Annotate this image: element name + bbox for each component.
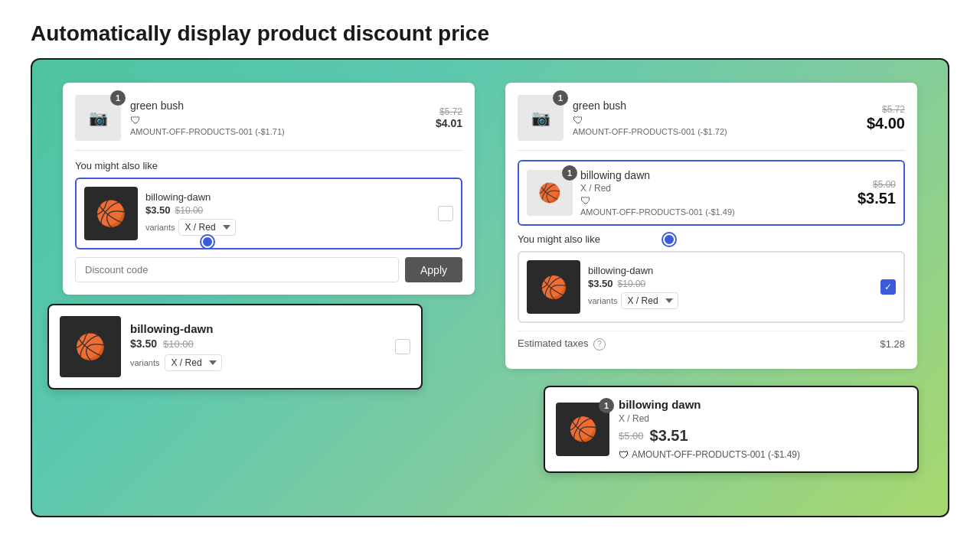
left-product-suggestion: 🏀 billowing-dawn $3.50 $10.00 variants X… <box>75 178 462 249</box>
right-variants-row: variants X / Red <box>588 292 873 309</box>
main-container: 1 📷 green bush 🛡 AMOUNT-OFF-PRODUCTS-001… <box>31 58 949 517</box>
right-floating-tag-icon: 🛡 <box>619 449 629 461</box>
left-checkbox[interactable] <box>438 206 453 221</box>
right-taxes-label-group: Estimated taxes ? <box>518 337 606 350</box>
left-panel: 1 📷 green bush 🛡 AMOUNT-OFF-PRODUCTS-001… <box>63 83 475 493</box>
right-product-name: billowing-dawn <box>588 265 873 276</box>
right-highlighted-variant: X / Red <box>580 183 850 194</box>
discount-code-input[interactable] <box>75 257 399 282</box>
left-shield-icon: 🛡 <box>130 114 141 126</box>
right-floating-inner: 1 🏀 billowing dawn X / Red $5.00 $3.51 🛡… <box>556 398 906 461</box>
floating-jersey-icon-left: 🏀 <box>75 332 106 361</box>
right-highlighted-price-orig: $5.00 <box>858 179 896 190</box>
camera-icon: 📷 <box>89 109 108 127</box>
left-prod-price-sale: $3.50 <box>145 204 171 216</box>
left-you-might-like: You might also like <box>75 160 462 171</box>
right-item-badge: 1 <box>553 90 568 106</box>
right-prod-price-sale: $3.50 <box>588 278 613 289</box>
left-price-current: $4.01 <box>436 117 462 129</box>
right-price-original: $5.72 <box>867 104 905 115</box>
left-floating-details: billowing-dawn $3.50 $10.00 variants X /… <box>130 322 386 371</box>
right-you-might-like: You might also like <box>518 233 905 245</box>
right-floating-badge: 1 <box>599 398 614 413</box>
right-item-image: 1 📷 <box>518 95 564 141</box>
right-product-details: billowing-dawn $3.50 $10.00 variants X /… <box>588 265 873 309</box>
right-taxes-row: Estimated taxes ? $1.28 <box>518 331 905 357</box>
left-product-name: billowing-dawn <box>145 191 430 203</box>
left-floating-checkbox[interactable] <box>395 339 410 354</box>
right-floating-card: 1 🏀 billowing dawn X / Red $5.00 $3.51 🛡… <box>544 386 919 473</box>
right-cart-card: 1 📷 green bush 🛡 AMOUNT-OFF-PRODUCTS-001… <box>505 83 917 369</box>
right-floating-jersey-icon: 🏀 <box>569 416 597 442</box>
right-floating-discount-code: AMOUNT-OFF-PRODUCTS-001 (-$1.49) <box>632 449 800 460</box>
right-highlighted-jersey-icon: 🏀 <box>538 182 561 204</box>
left-floating-sale: $3.50 <box>130 337 157 350</box>
right-variants-select[interactable]: X / Red <box>621 292 678 309</box>
left-cart-card: 1 📷 green bush 🛡 AMOUNT-OFF-PRODUCTS-001… <box>63 83 475 295</box>
left-connector-dot <box>201 236 214 248</box>
left-item-badge: 1 <box>110 90 126 106</box>
left-item-prices: $5.72 $4.01 <box>436 106 462 129</box>
left-variants-label: variants <box>145 223 175 232</box>
right-floating-details: billowing dawn X / Red $5.00 $3.51 🛡 AMO… <box>619 398 906 461</box>
right-taxes-amount: $1.28 <box>880 338 905 350</box>
right-item-name: green bush <box>573 99 858 112</box>
left-variants-select[interactable]: X / Red <box>178 219 236 236</box>
right-highlighted-info: billowing dawn X / Red 🛡 AMOUNT-OFF-PROD… <box>580 169 850 217</box>
right-variants-label: variants <box>588 296 618 305</box>
right-floating-discount-row: 🛡 AMOUNT-OFF-PRODUCTS-001 (-$1.49) <box>619 449 906 461</box>
apply-button[interactable]: Apply <box>405 257 462 282</box>
right-highlighted-shield: 🛡 <box>580 194 591 207</box>
left-item-image: 1 📷 <box>75 95 121 141</box>
left-price-original: $5.72 <box>436 106 462 117</box>
right-jersey-icon: 🏀 <box>541 275 567 300</box>
right-item-prices: $5.72 $4.00 <box>867 104 905 132</box>
right-checkbox-checked[interactable]: ✓ <box>880 279 896 295</box>
right-product-prices: $3.50 $10.00 <box>588 278 873 289</box>
right-shield-icon: 🛡 <box>573 114 583 126</box>
left-item-info: green bush 🛡 AMOUNT-OFF-PRODUCTS-001 (-$… <box>130 99 426 136</box>
left-floating-inner: 🏀 billowing-dawn $3.50 $10.00 variants X… <box>60 316 410 377</box>
left-product-details: billowing-dawn $3.50 $10.00 variants X /… <box>145 191 430 236</box>
right-item-info: green bush 🛡 AMOUNT-OFF-PRODUCTS-001 (-$… <box>573 99 858 136</box>
left-cart-item: 1 📷 green bush 🛡 AMOUNT-OFF-PRODUCTS-001… <box>75 95 462 151</box>
right-discount-text: AMOUNT-OFF-PRODUCTS-001 (-$1.72) <box>573 127 858 136</box>
right-highlighted-badge: 1 <box>562 165 577 181</box>
left-item-name: green bush <box>130 99 426 112</box>
right-taxes-help-icon: ? <box>593 338 606 350</box>
right-highlighted-name: billowing dawn <box>580 169 850 181</box>
left-floating-card: 🏀 billowing-dawn $3.50 $10.00 variants X… <box>47 304 423 390</box>
right-floating-price-sale: $3.51 <box>650 427 688 445</box>
left-floating-variants-select[interactable]: X / Red <box>165 354 222 371</box>
right-floating-variant: X / Red <box>619 413 906 424</box>
right-panel: 1 📷 green bush 🛡 AMOUNT-OFF-PRODUCTS-001… <box>505 83 917 493</box>
right-highlighted-prices: $5.00 $3.51 <box>858 179 896 207</box>
jersey-icon: 🏀 <box>96 199 126 228</box>
left-discount-row: Apply <box>75 257 462 282</box>
right-floating-prices: $5.00 $3.51 <box>619 427 906 445</box>
page-title: Automatically display product discount p… <box>0 0 980 58</box>
left-product-prices: $3.50 $10.00 <box>145 204 430 216</box>
left-prod-price-orig: $10.00 <box>175 205 204 216</box>
right-floating-price-orig: $5.00 <box>619 430 644 442</box>
right-taxes-label: Estimated taxes <box>518 337 589 349</box>
left-discount-text: AMOUNT-OFF-PRODUCTS-001 (-$1.71) <box>130 127 426 136</box>
left-floating-variants-label: variants <box>130 358 160 367</box>
right-highlighted-suggestion: 1 🏀 billowing dawn X / Red 🛡 AMOUNT-OFF-… <box>518 160 905 226</box>
right-product-suggestion: 🏀 billowing-dawn $3.50 $10.00 variants X… <box>518 251 905 323</box>
right-floating-name: billowing dawn <box>619 398 906 411</box>
left-floating-orig: $10.00 <box>163 338 194 350</box>
left-floating-image: 🏀 <box>60 316 121 377</box>
right-connector-dot <box>663 233 675 246</box>
right-highlighted-discount: AMOUNT-OFF-PRODUCTS-001 (-$1.49) <box>580 207 850 217</box>
left-variants-row: variants X / Red <box>145 219 430 236</box>
right-highlighted-price-current: $3.51 <box>858 190 896 207</box>
right-floating-image: 1 🏀 <box>556 403 609 456</box>
right-cart-item: 1 📷 green bush 🛡 AMOUNT-OFF-PRODUCTS-001… <box>518 95 905 151</box>
left-product-image: 🏀 <box>84 187 138 240</box>
right-product-image: 🏀 <box>527 260 580 314</box>
right-prod-price-orig: $10.00 <box>618 279 646 289</box>
right-camera-icon: 📷 <box>531 109 550 127</box>
right-highlighted-image: 1 🏀 <box>527 170 573 216</box>
left-floating-variants: variants X / Red <box>130 354 386 371</box>
